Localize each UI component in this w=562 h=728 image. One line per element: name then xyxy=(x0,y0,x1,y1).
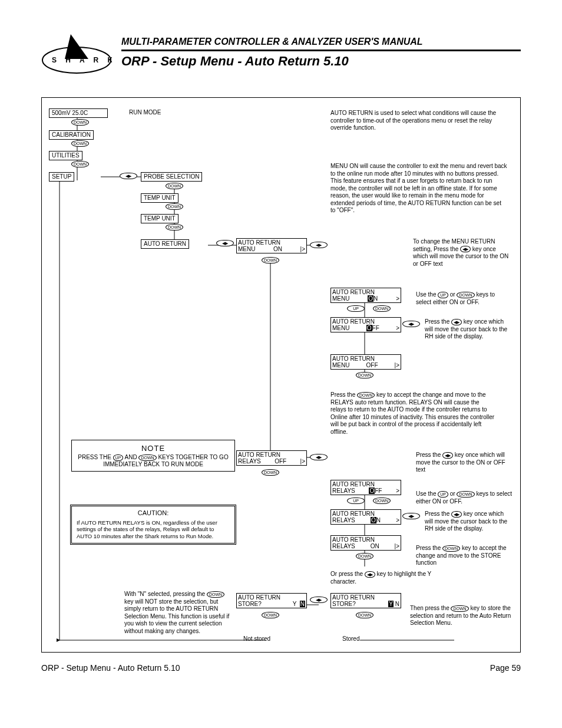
run-mode-label: RUN MODE xyxy=(129,109,161,116)
leftright-key-icon: ◀▶ xyxy=(310,597,328,603)
display-relays-on: AUTO RETURN RELAYSON|> xyxy=(330,535,401,551)
down-key-icon: DOWN xyxy=(457,491,474,498)
leftright-key-icon: ◀▶ xyxy=(442,452,453,459)
menu-temp-unit-2: TEMP UNIT xyxy=(141,214,178,223)
leftright-key-icon: ◀▶ xyxy=(451,319,462,325)
leftright-key-icon: ◀▶ xyxy=(120,173,137,179)
footer-right: Page 59 xyxy=(490,663,521,673)
display-reading: 500mV 25.0C xyxy=(49,108,108,118)
menu-calibration: CALIBRATION xyxy=(49,130,94,140)
display-relays-off-highlight: AUTO RETURN RELAYSOFF> xyxy=(330,480,401,495)
caution-box: CAUTION: If AUTO RETURN RELAYS is ON, re… xyxy=(70,505,236,545)
flow-diagram: 500mV 25.0C RUN MODE DOWN CALIBRATION DO… xyxy=(41,97,521,653)
intro-menu-on: MENU ON will cause the controller to exi… xyxy=(330,163,507,215)
instr-accept-relays: Press the DOWN key to accept the change … xyxy=(330,391,495,436)
up-key-icon: UP xyxy=(438,292,448,298)
down-key-icon: DOWN xyxy=(71,140,89,147)
instr-relays-back: Press the ◀▶ key once which will move th… xyxy=(425,510,513,533)
instr-relays-lr: Press the ◀▶ key once which will move th… xyxy=(416,452,513,474)
display-store-y-highlight: AUTO RETURN STORE?Y N xyxy=(330,593,401,608)
down-key-icon: DOWN xyxy=(442,545,460,552)
instr-relays-updown: Use the UP or DOWN keys to select either… xyxy=(416,490,516,505)
down-key-icon: DOWN xyxy=(457,292,474,298)
logo-text: S H A R K xyxy=(52,56,112,64)
header-rule xyxy=(121,50,521,51)
up-key-icon: UP xyxy=(438,491,448,498)
leftright-key-icon: ◀▶ xyxy=(310,242,328,248)
footer-left: ORP - Setup Menu - Auto Return 5.10 xyxy=(41,663,180,673)
instr-use-updown: Use the UP or DOWN keys to select either… xyxy=(416,291,510,306)
display-menu-off: AUTO RETURN MENUOFF|> xyxy=(330,354,401,370)
down-key-icon: DOWN xyxy=(356,553,373,559)
menu-temp-unit-1: TEMP UNIT xyxy=(141,193,178,203)
down-key-icon: DOWN xyxy=(451,605,468,612)
leftright-key-icon: ◀▶ xyxy=(402,513,420,519)
menu-auto-return: AUTO RETURN xyxy=(141,239,189,249)
instr-or-press: Or press the ◀▶ key to highlight the Y c… xyxy=(330,571,454,585)
caution-title: CAUTION: xyxy=(77,510,230,517)
leftright-key-icon: ◀▶ xyxy=(402,321,420,327)
instr-n-explain: With "N" selected, pressing the DOWN key… xyxy=(124,591,230,635)
down-key-icon: DOWN xyxy=(373,305,391,312)
leftright-key-icon: ◀▶ xyxy=(460,246,471,252)
down-key-icon: DOWN xyxy=(262,612,279,618)
label-stored: Stored xyxy=(342,635,359,642)
down-key-icon: DOWN xyxy=(71,161,89,167)
note-box: NOTE PRESS THE UP AND DOWN KEYS TOGETHER… xyxy=(71,440,235,472)
leftright-key-icon: ◀▶ xyxy=(451,511,462,518)
section-title: ORP - Setup Menu - Auto Return 5.10 xyxy=(121,54,521,69)
shark-logo: S H A R K xyxy=(41,31,112,75)
down-key-icon: DOWN xyxy=(357,392,375,398)
down-key-icon: DOWN xyxy=(356,372,373,378)
leftright-key-icon: ◀▶ xyxy=(365,571,375,578)
instr-to-store: Press the DOWN key to accept the change … xyxy=(416,545,513,567)
intro-auto-return: AUTO RETURN is used to select what condi… xyxy=(330,110,501,132)
display-menu-on-highlight: AUTO RETURN MENUON> xyxy=(330,288,401,303)
manual-title: MULTI-PARAMETER CONTROLLER & ANALYZER US… xyxy=(121,37,521,47)
down-key-icon: DOWN xyxy=(138,454,156,461)
down-key-icon: DOWN xyxy=(71,119,89,126)
up-key-icon: UP xyxy=(347,305,365,312)
display-relays-on-highlight: AUTO RETURN RELAYSON> xyxy=(330,509,401,525)
up-key-icon: UP xyxy=(347,498,365,504)
down-key-icon: DOWN xyxy=(262,257,279,263)
up-key-icon: UP xyxy=(113,454,124,461)
menu-probe-selection: PROBE SELECTION xyxy=(141,172,202,182)
down-key-icon: DOWN xyxy=(207,591,224,598)
menu-utilities: UTILITIES xyxy=(49,151,82,160)
down-key-icon: DOWN xyxy=(262,469,279,476)
instr-then-store: Then press the DOWN key to store the sel… xyxy=(410,605,513,627)
down-key-icon: DOWN xyxy=(373,498,391,504)
display-auto-return-menu-on: AUTO RETURN MENUON|> xyxy=(236,238,307,253)
leftright-key-icon: ◀▶ xyxy=(310,454,328,460)
down-key-icon: DOWN xyxy=(166,203,183,210)
instr-press-lr-back: Press the ◀▶ key once which will move th… xyxy=(425,318,513,341)
instr-change-menu: To change the MENU RETURN setting, Press… xyxy=(413,238,510,268)
down-key-icon: DOWN xyxy=(356,612,373,618)
leftright-key-icon: ◀▶ xyxy=(216,240,234,246)
down-key-icon: DOWN xyxy=(166,183,183,189)
display-store-yn: AUTO RETURN STORE?Y N xyxy=(236,593,307,608)
note-title: NOTE xyxy=(77,444,230,453)
down-key-icon: DOWN xyxy=(166,224,183,230)
caution-body: If AUTO RETURN RELAYS is ON, regardless … xyxy=(77,519,230,540)
display-menu-off-highlight: AUTO RETURN MENUOFF> xyxy=(330,317,401,332)
label-not-stored: Not stored xyxy=(243,635,270,642)
display-relays-off: AUTO RETURN RELAYSOFF|> xyxy=(236,450,307,466)
menu-setup: SETUP xyxy=(49,172,74,182)
